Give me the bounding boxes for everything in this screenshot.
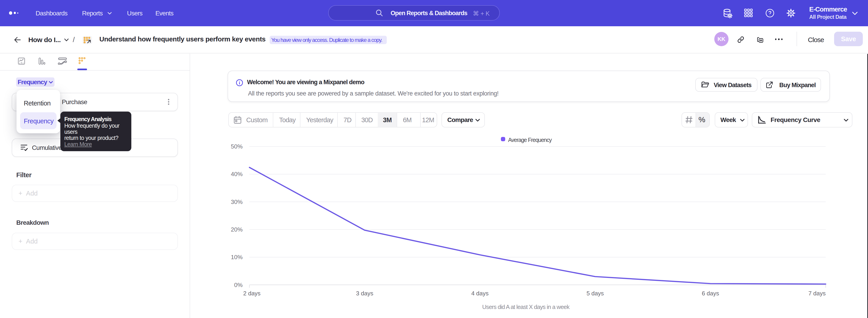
svg-text:40%: 40%	[231, 171, 243, 177]
svg-text:2 days: 2 days	[243, 290, 260, 297]
svg-text:6 days: 6 days	[702, 290, 719, 297]
svg-text:30%: 30%	[231, 199, 243, 205]
svg-text:50%: 50%	[231, 143, 243, 150]
svg-text:Users did A at least X days in: Users did A at least X days in a week	[482, 303, 570, 310]
svg-text:10%: 10%	[231, 254, 243, 261]
svg-text:20%: 20%	[231, 226, 243, 233]
svg-text:7 days: 7 days	[808, 290, 826, 297]
svg-text:5 days: 5 days	[587, 290, 604, 297]
svg-text:3 days: 3 days	[356, 290, 373, 297]
svg-text:0%: 0%	[234, 282, 243, 288]
svg-text:4 days: 4 days	[471, 290, 489, 297]
